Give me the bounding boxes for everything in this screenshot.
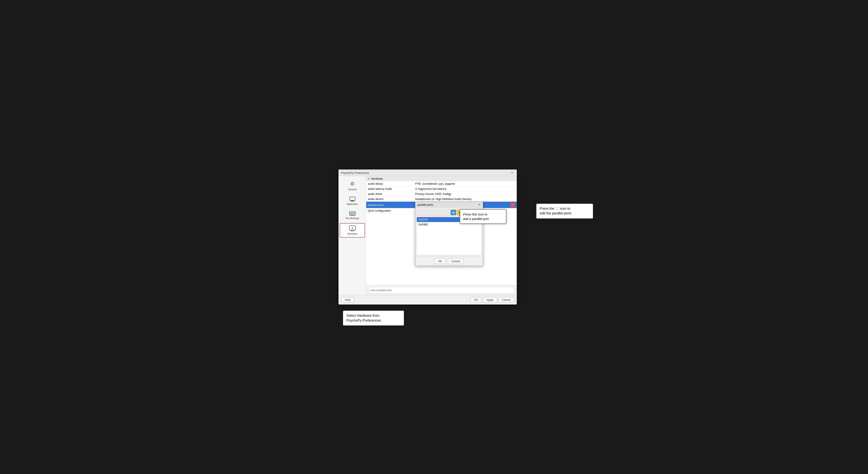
svg-rect-5	[351, 212, 352, 213]
svg-rect-1	[351, 200, 354, 201]
modal-overlay: parallel ports ✕ ▦ ■ ✕ ▲ ▼	[366, 176, 517, 295]
keyboard-icon	[349, 211, 355, 216]
cancel-button[interactable]: Cancel	[498, 297, 514, 303]
svg-rect-7	[354, 212, 355, 213]
footer-right-buttons: OK Apply Cancel	[470, 297, 514, 303]
svg-rect-11	[354, 213, 355, 214]
sidebar-label-general: General	[348, 188, 356, 191]
help-button[interactable]: Help	[341, 297, 354, 303]
sidebar-item-keybindings[interactable]: Key Bindings	[340, 209, 365, 222]
modal-cancel-button[interactable]: Cancel	[448, 258, 464, 264]
svg-rect-4	[350, 212, 351, 213]
title-bar: PsychoPy Preferences ✕	[339, 170, 517, 176]
window-title: PsychoPy Preferences	[341, 171, 369, 174]
svg-rect-9	[351, 213, 352, 214]
svg-rect-6	[353, 212, 353, 213]
callout-hardware-instruction: Select Hardware from PsychoPy Preference…	[343, 310, 404, 326]
columns-button[interactable]: ▦	[451, 210, 456, 215]
sidebar-label-keybindings: Key Bindings	[345, 217, 359, 219]
main-panel: ▪ Hardware audio library PTB, sounddevic…	[366, 176, 517, 295]
ok-button[interactable]: OK	[470, 297, 482, 303]
modal-close-button[interactable]: ✕	[478, 203, 481, 206]
sidebar: ⚙ General Application	[339, 176, 366, 295]
footer: Help OK Apply Cancel	[339, 295, 517, 304]
app-icon	[349, 197, 355, 201]
sidebar-item-application[interactable]: Application	[340, 194, 365, 208]
sidebar-item-general[interactable]: ⚙ General	[340, 178, 365, 193]
add-port-tooltip: Press this icon to add a parallel port	[460, 209, 506, 224]
modal-ok-button[interactable]: OK	[434, 258, 446, 264]
gear-icon: ⚙	[350, 181, 355, 187]
sidebar-label-application: Application	[347, 203, 358, 205]
modal-title: parallel ports	[417, 203, 433, 206]
svg-rect-10	[353, 213, 353, 214]
svg-rect-2	[350, 201, 354, 201]
sidebar-label-hardware: Hardware	[347, 232, 358, 235]
window-close-button[interactable]: ✕	[510, 171, 514, 175]
apply-button[interactable]: Apply	[483, 297, 497, 303]
monitor-icon	[349, 226, 356, 231]
content-area: ⚙ General Application	[339, 176, 517, 295]
svg-rect-0	[350, 197, 355, 200]
svg-rect-8	[350, 213, 351, 214]
svg-rect-12	[351, 214, 354, 215]
sidebar-item-hardware[interactable]: Hardware	[340, 223, 365, 238]
main-window: PsychoPy Preferences ✕ ⚙ General Applica…	[338, 169, 517, 305]
callout-ellipsis-instruction: Press the '...' icon to edit the paralle…	[536, 203, 593, 219]
modal-footer: OK Cancel	[415, 257, 483, 266]
modal-title-bar: parallel ports ✕	[415, 202, 483, 208]
